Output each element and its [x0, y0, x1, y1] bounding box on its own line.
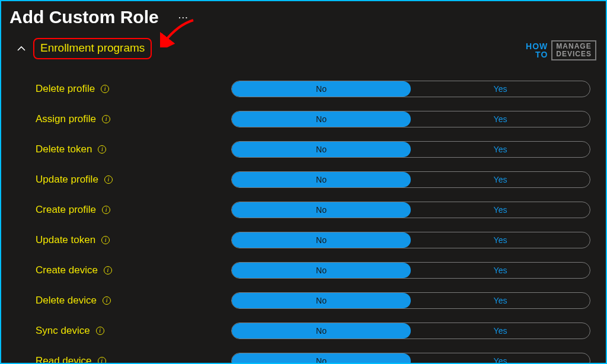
info-icon[interactable]: i	[101, 236, 110, 244]
section-title: Enrollment programs	[40, 41, 145, 54]
info-icon[interactable]: i	[104, 266, 112, 274]
watermark-text: DEVICES	[556, 50, 592, 58]
info-icon[interactable]: i	[98, 145, 106, 154]
toggle-option-no[interactable]: No	[232, 202, 411, 218]
permission-label: Delete token	[36, 143, 92, 155]
permission-row: Delete profileiNoYes	[36, 74, 606, 104]
toggle-option-no[interactable]: No	[232, 232, 411, 248]
permission-row: Update profileiNoYes	[36, 164, 606, 194]
permission-toggle[interactable]: NoYes	[231, 81, 590, 97]
toggle-option-yes[interactable]: Yes	[411, 232, 590, 248]
permissions-list: Delete profileiNoYesAssign profileiNoYes…	[1, 74, 606, 364]
permission-toggle[interactable]: NoYes	[231, 323, 590, 339]
permission-row: Create deviceiNoYes	[36, 255, 606, 285]
permission-row: Update tokeniNoYes	[36, 225, 606, 255]
toggle-option-yes[interactable]: Yes	[411, 202, 590, 218]
permission-row: Create profileiNoYes	[36, 194, 606, 225]
info-icon[interactable]: i	[104, 175, 113, 184]
info-icon[interactable]: i	[96, 327, 104, 335]
permission-row: Assign profileiNoYes	[36, 104, 606, 134]
permission-toggle[interactable]: NoYes	[231, 292, 590, 309]
watermark-text: TO	[526, 50, 548, 59]
permission-label: Create device	[36, 264, 98, 276]
permission-label: Delete profile	[36, 83, 95, 95]
permission-toggle[interactable]: NoYes	[231, 171, 590, 188]
toggle-option-yes[interactable]: Yes	[411, 172, 590, 187]
permission-toggle[interactable]: NoYes	[231, 111, 590, 127]
toggle-option-no[interactable]: No	[232, 111, 411, 127]
permission-label: Update profile	[36, 174, 98, 186]
toggle-option-yes[interactable]: Yes	[411, 263, 590, 278]
toggle-option-no[interactable]: No	[232, 142, 411, 157]
toggle-option-yes[interactable]: Yes	[411, 323, 590, 339]
permission-label: Update token	[36, 234, 95, 246]
toggle-option-yes[interactable]: Yes	[411, 111, 590, 127]
section-header[interactable]: Enrollment programs	[17, 38, 606, 59]
toggle-option-no[interactable]: No	[232, 293, 411, 308]
info-icon[interactable]: i	[102, 115, 110, 123]
toggle-option-yes[interactable]: Yes	[411, 293, 590, 308]
chevron-up-icon	[17, 44, 26, 53]
permission-row: Sync deviceiNoYes	[36, 315, 606, 346]
permission-label: Read device	[36, 355, 92, 365]
toggle-option-yes[interactable]: Yes	[411, 81, 590, 97]
info-icon[interactable]: i	[102, 206, 110, 214]
info-icon[interactable]: i	[98, 357, 106, 365]
page-title: Add Custom Role	[9, 7, 159, 27]
permission-row: Read deviceiNoYes	[36, 346, 606, 364]
permission-label: Sync device	[36, 325, 90, 337]
watermark-text: HOW	[526, 42, 548, 50]
permission-label: Create profile	[36, 204, 96, 216]
toggle-option-no[interactable]: No	[232, 353, 411, 365]
toggle-option-yes[interactable]: Yes	[411, 353, 590, 365]
info-icon[interactable]: i	[103, 296, 111, 305]
highlight-box: Enrollment programs	[33, 38, 152, 59]
permission-row: Delete tokeniNoYes	[36, 134, 606, 164]
permission-toggle[interactable]: NoYes	[231, 262, 590, 279]
toggle-option-no[interactable]: No	[232, 172, 411, 187]
toggle-option-no[interactable]: No	[232, 81, 411, 97]
watermark: HOW TO MANAGE DEVICES	[526, 40, 596, 60]
permission-row: Delete deviceiNoYes	[36, 285, 606, 315]
toggle-option-no[interactable]: No	[232, 263, 411, 278]
info-icon[interactable]: i	[101, 85, 109, 93]
permission-toggle[interactable]: NoYes	[231, 202, 590, 218]
permission-toggle[interactable]: NoYes	[231, 232, 590, 248]
toggle-option-no[interactable]: No	[232, 323, 411, 339]
toggle-option-yes[interactable]: Yes	[411, 142, 590, 157]
permission-label: Assign profile	[36, 113, 96, 125]
permission-label: Delete device	[36, 295, 97, 306]
permission-toggle[interactable]: NoYes	[231, 353, 590, 365]
more-menu-icon[interactable]: …	[178, 9, 190, 21]
permission-toggle[interactable]: NoYes	[231, 141, 590, 158]
